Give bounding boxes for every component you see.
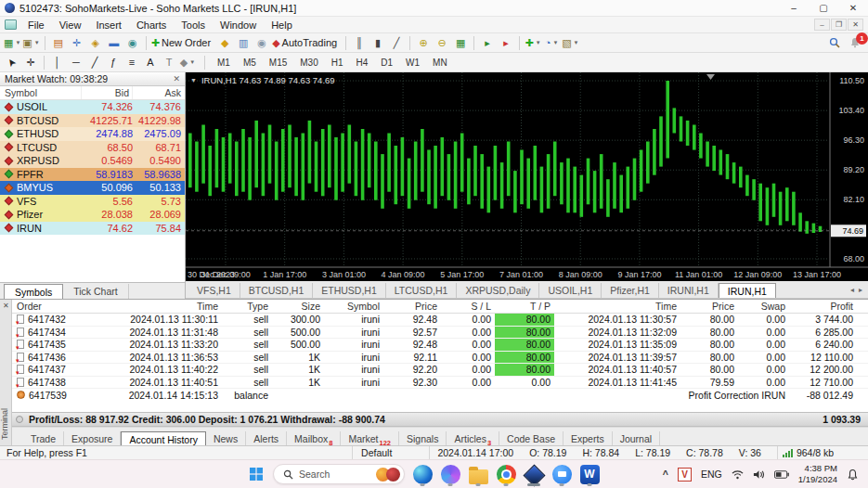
new-chart-icon[interactable]: ▦▼ bbox=[4, 34, 20, 51]
market-watch-close-icon[interactable]: ✕ bbox=[173, 74, 180, 83]
chart-tab-irun-h1[interactable]: IRUN,H1 bbox=[719, 283, 776, 298]
market-watch-icon[interactable]: ▤ bbox=[50, 34, 67, 51]
column-s-l-6[interactable]: S / L bbox=[441, 300, 495, 313]
menu-help[interactable]: Help bbox=[264, 17, 300, 32]
market-watch-row-ethusd[interactable]: ETHUSD2474.882475.09 bbox=[0, 127, 185, 141]
new-order-icon[interactable]: ✚New Order bbox=[151, 34, 214, 51]
market-watch-row-fpfr[interactable]: FPFR58.918358.9638 bbox=[0, 168, 185, 182]
period-m5[interactable]: M5 bbox=[237, 56, 263, 70]
period-mn[interactable]: MN bbox=[426, 56, 454, 70]
vertical-line-icon[interactable]: │ bbox=[49, 54, 66, 71]
period-d1[interactable]: D1 bbox=[374, 56, 399, 70]
period-w1[interactable]: W1 bbox=[399, 56, 426, 70]
order-row-6417436[interactable]: 64174362024.01.13 11:36:53sell1Kiruni92.… bbox=[12, 352, 868, 365]
indicators-icon[interactable]: ✚▼ bbox=[525, 34, 541, 51]
period-m1[interactable]: M1 bbox=[211, 56, 237, 70]
market-watch-row-irun[interactable]: IRUN74.6275.84 bbox=[0, 222, 185, 236]
taskbar-search[interactable]: Search bbox=[273, 464, 405, 484]
terminal-tab-journal[interactable]: Journal bbox=[613, 431, 660, 445]
notification-bell-icon[interactable] bbox=[847, 469, 859, 481]
line-chart-icon[interactable]: ╱ bbox=[388, 34, 405, 51]
trendline-icon[interactable]: ╱ bbox=[86, 54, 103, 71]
column-time-1[interactable]: Time bbox=[86, 300, 222, 313]
symbol-dropdown-icon[interactable]: ▼ bbox=[190, 77, 197, 83]
column-price-9[interactable]: Price bbox=[680, 300, 738, 313]
crosshair-icon[interactable]: ✛ bbox=[22, 54, 39, 71]
mdi-minimize-button[interactable]: – bbox=[814, 19, 830, 31]
period-h1[interactable]: H1 bbox=[325, 56, 350, 70]
market-watch-row-ltcusd[interactable]: LTCUSD68.5068.71 bbox=[0, 141, 185, 155]
navigator-icon[interactable]: ◈ bbox=[87, 34, 104, 51]
sound-icon[interactable]: ◉ bbox=[253, 34, 270, 51]
chart-shift-icon[interactable]: ▸ bbox=[498, 34, 514, 51]
zoom-in-icon[interactable]: ⊕ bbox=[415, 34, 432, 51]
market-watch-row-usoil[interactable]: USOIL74.32674.376 bbox=[0, 100, 185, 114]
period-m15[interactable]: M15 bbox=[263, 56, 293, 70]
autotrading-icon[interactable]: ◆AutoTrading bbox=[272, 34, 341, 51]
profiles-icon[interactable]: ▣▼ bbox=[22, 34, 39, 51]
column-swap-10[interactable]: Swap bbox=[738, 300, 789, 313]
market-watch-tab-tick-chart[interactable]: Tick Chart bbox=[63, 284, 128, 299]
terminal-panel-icon[interactable]: ▬ bbox=[106, 34, 123, 51]
column-price-5[interactable]: Price bbox=[383, 300, 441, 313]
terminal-tab-mailbox[interactable]: Mailbox8 bbox=[287, 431, 341, 445]
periods-menu-icon[interactable]: ◔▼ bbox=[543, 34, 560, 51]
column-order-0[interactable]: Order bbox=[12, 300, 86, 313]
metaeditor-icon[interactable]: ◆ bbox=[216, 34, 233, 51]
battery-icon[interactable] bbox=[774, 470, 789, 479]
terminal-tab-exposure[interactable]: Exposure bbox=[64, 431, 121, 445]
period-m30[interactable]: M30 bbox=[293, 56, 324, 70]
chart-tab-xrpusd-daily[interactable]: XRPUSD,Daily bbox=[457, 283, 539, 298]
strategy-tester-icon[interactable]: ◉ bbox=[124, 34, 141, 51]
terminal-tab-signals[interactable]: Signals bbox=[399, 431, 447, 445]
chart-tab-ethusd-h1[interactable]: ETHUSD,H1 bbox=[313, 283, 386, 298]
templates-icon[interactable]: ▧▼ bbox=[562, 34, 578, 51]
start-button[interactable] bbox=[243, 461, 269, 487]
column-size-3[interactable]: Size bbox=[272, 300, 324, 313]
file-explorer-icon[interactable] bbox=[464, 461, 492, 487]
column-symbol-4[interactable]: Symbol bbox=[324, 300, 383, 313]
tray-chevron-icon[interactable]: ^ bbox=[663, 469, 668, 480]
chart-window-icon[interactable] bbox=[5, 19, 17, 30]
market-watch-row-btcusd[interactable]: BTCUSD41225.7141229.98 bbox=[0, 114, 185, 128]
maximize-button[interactable]: ▢ bbox=[809, 0, 838, 16]
chart-tab-pfizer-h1[interactable]: Pfizer,H1 bbox=[602, 283, 659, 298]
market-watch-row-pfizer[interactable]: Pfizer28.03828.069 bbox=[0, 208, 185, 222]
metatrader-icon[interactable] bbox=[520, 461, 548, 487]
label-icon[interactable]: T bbox=[161, 54, 177, 71]
chart-tab-btcusd-h1[interactable]: BTCUSD,H1 bbox=[240, 283, 314, 298]
terminal-tab-articles[interactable]: Articles3 bbox=[447, 431, 499, 445]
menu-file[interactable]: File bbox=[20, 17, 52, 32]
text-icon[interactable]: A bbox=[142, 54, 159, 71]
order-row-6417437[interactable]: 64174372024.01.13 11:40:22sell1Kiruni92.… bbox=[12, 364, 868, 377]
menu-window[interactable]: Window bbox=[213, 17, 264, 32]
wifi-icon[interactable] bbox=[732, 469, 744, 480]
chart-tab-iruni-h1[interactable]: IRUNI,H1 bbox=[659, 283, 719, 298]
language-indicator[interactable]: ENG bbox=[701, 469, 722, 480]
column-profit-11[interactable]: Profit bbox=[789, 300, 868, 313]
chart-tab-vfs-h1[interactable]: VFS,H1 bbox=[188, 283, 240, 298]
zoom-out-icon[interactable]: ⊖ bbox=[434, 34, 450, 51]
column-ask[interactable]: Ask bbox=[133, 86, 185, 99]
mdi-close-button[interactable]: ✕ bbox=[848, 19, 863, 31]
chart-tab-ltcusd-h1[interactable]: LTCUSD,H1 bbox=[386, 283, 458, 298]
notifications-icon[interactable]: 1 bbox=[849, 37, 861, 48]
bar-chart-icon[interactable]: ║ bbox=[351, 34, 368, 51]
column-time-8[interactable]: Time bbox=[554, 300, 680, 313]
menu-view[interactable]: View bbox=[52, 17, 89, 32]
terminal-tab-experts[interactable]: Experts bbox=[564, 431, 613, 445]
column-bid[interactable]: Bid bbox=[82, 86, 133, 99]
balance-row[interactable]: 64175392024.01.14 14:15:13balanceProfit … bbox=[12, 389, 868, 402]
terminal-tab-trade[interactable]: Trade bbox=[23, 431, 64, 445]
market-watch-row-bmyus[interactable]: BMYUS50.09650.133 bbox=[0, 181, 185, 195]
column-t-p-7[interactable]: T / P bbox=[495, 300, 554, 313]
zoom-icon[interactable] bbox=[548, 461, 576, 487]
shapes-icon[interactable]: ◆▼ bbox=[179, 54, 196, 71]
auto-scroll-icon[interactable]: ▸ bbox=[479, 34, 496, 51]
status-profile[interactable]: Default bbox=[353, 446, 430, 459]
fibonacci-icon[interactable]: ƒ bbox=[105, 54, 122, 71]
order-row-6417438[interactable]: 64174382024.01.13 11:40:51sell1Kiruni92.… bbox=[12, 377, 868, 390]
close-button[interactable]: ✕ bbox=[838, 0, 868, 16]
menu-insert[interactable]: Insert bbox=[88, 17, 129, 32]
search-icon[interactable] bbox=[829, 37, 840, 48]
